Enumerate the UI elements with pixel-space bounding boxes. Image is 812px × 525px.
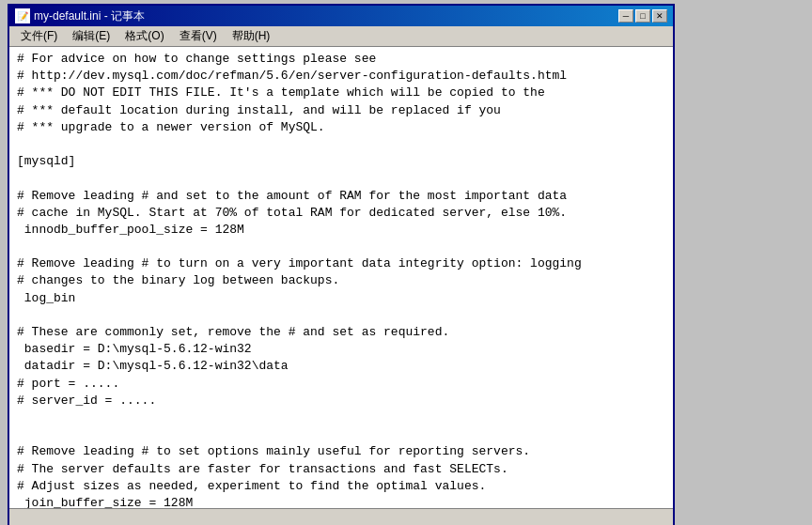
file-content: # For advice on how to change settings p… xyxy=(17,51,665,508)
status-bar xyxy=(9,508,673,525)
menu-edit[interactable]: 编辑(E) xyxy=(65,26,117,46)
title-bar: 📝 my-default.ini - 记事本 ─ □ ✕ xyxy=(9,6,673,26)
text-editor-area[interactable]: # For advice on how to change settings p… xyxy=(9,47,673,508)
menu-bar: 文件(F) 编辑(E) 格式(O) 查看(V) 帮助(H) xyxy=(9,26,673,47)
menu-help[interactable]: 帮助(H) xyxy=(225,26,278,46)
main-window: 📝 my-default.ini - 记事本 ─ □ ✕ 文件(F) 编辑(E)… xyxy=(8,4,675,525)
close-button[interactable]: ✕ xyxy=(652,9,667,23)
minimize-button[interactable]: ─ xyxy=(618,9,633,23)
menu-format[interactable]: 格式(O) xyxy=(117,26,171,46)
window-title: my-default.ini - 记事本 xyxy=(34,8,145,24)
title-bar-left: 📝 my-default.ini - 记事本 xyxy=(15,8,145,24)
menu-view[interactable]: 查看(V) xyxy=(172,26,225,46)
menu-file[interactable]: 文件(F) xyxy=(13,26,65,46)
maximize-button[interactable]: □ xyxy=(635,9,650,23)
window-icon: 📝 xyxy=(15,8,30,23)
title-bar-buttons: ─ □ ✕ xyxy=(618,9,667,23)
